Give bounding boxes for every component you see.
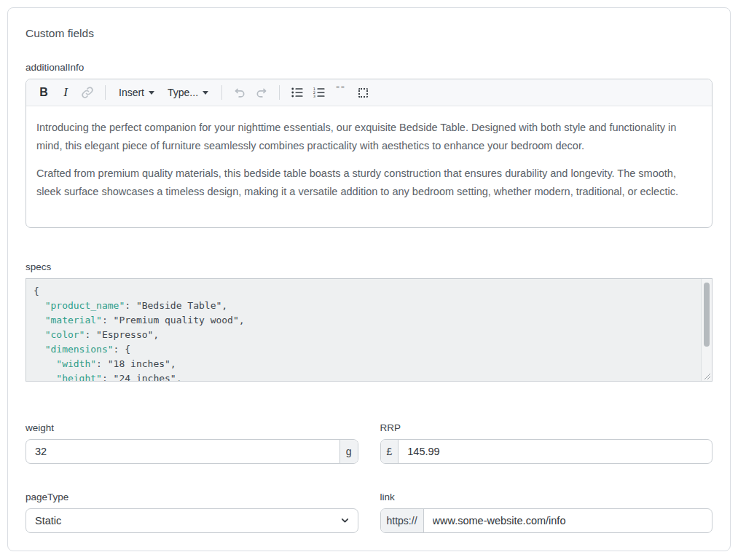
- code-line: {: [34, 284, 704, 299]
- link-button[interactable]: [77, 82, 98, 103]
- svg-text:3: 3: [313, 94, 315, 98]
- code-line: "dimensions": {: [34, 342, 704, 357]
- link-input[interactable]: [424, 509, 712, 532]
- specs-code[interactable]: { "product_name": "Bedside Table", "mate…: [26, 279, 712, 381]
- scrollbar-track[interactable]: [701, 279, 712, 381]
- bold-button[interactable]: B: [34, 82, 54, 103]
- type-menu-button[interactable]: Type...: [162, 82, 214, 103]
- rrp-label: RRP: [380, 422, 713, 433]
- rte-content-area[interactable]: Introducing the perfect companion for yo…: [26, 106, 712, 227]
- italic-button[interactable]: I: [55, 82, 76, 103]
- redo-icon: [254, 85, 269, 100]
- rte-paragraph: Introducing the perfect companion for yo…: [36, 119, 702, 154]
- scrollbar-thumb[interactable]: [704, 283, 710, 347]
- code-line: "height": "24 inches",: [34, 371, 704, 381]
- code-line: "material": "Premium quality wood",: [34, 313, 704, 328]
- rte-paragraph: Crafted from premium quality materials, …: [36, 165, 702, 200]
- link-icon: [80, 85, 95, 100]
- toolbar-divider: [105, 85, 106, 100]
- weight-input-group: g: [25, 439, 358, 464]
- code-line: "product_name": "Bedside Table",: [34, 299, 704, 313]
- undo-icon: [232, 85, 247, 100]
- rich-text-editor: B I Insert Type...: [25, 79, 713, 228]
- specs-code-editor[interactable]: { "product_name": "Bedside Table", "mate…: [25, 278, 713, 382]
- insert-menu-label: Insert: [119, 87, 144, 98]
- chevron-down-icon: [203, 91, 208, 95]
- weight-input[interactable]: [26, 440, 339, 463]
- insert-menu-button[interactable]: Insert: [113, 82, 160, 103]
- type-menu-label: Type...: [168, 87, 198, 98]
- pagetype-label: pageType: [25, 492, 358, 502]
- rrp-input[interactable]: [399, 440, 712, 463]
- pagetype-field: pageType Static: [25, 492, 358, 533]
- rrp-input-group: £: [380, 439, 713, 464]
- weight-label: weight: [25, 422, 358, 433]
- weight-unit-addon: g: [339, 440, 358, 463]
- numbered-list-icon: 1 2 3: [312, 85, 326, 100]
- dashed-square-icon: [358, 88, 368, 98]
- bullet-list-icon: [290, 85, 305, 100]
- panel-title: Custom fields: [25, 27, 713, 40]
- pagetype-select-wrap: Static: [25, 508, 358, 533]
- weight-field: weight g: [25, 422, 358, 464]
- custom-fields-panel: Custom fields additionalInfo B I Insert …: [7, 7, 731, 551]
- link-label: link: [380, 492, 713, 502]
- code-line: "width": "18 inches",: [34, 357, 704, 371]
- pagetype-select[interactable]: Static: [25, 508, 358, 533]
- blockquote-button[interactable]: “: [331, 82, 351, 103]
- nonbreaking-space-button[interactable]: [353, 82, 373, 103]
- field-row: pageType Static link https://: [25, 492, 713, 533]
- chevron-down-icon: [149, 91, 154, 95]
- toolbar-divider: [279, 85, 280, 100]
- link-field: link https://: [380, 492, 713, 533]
- additionalinfo-label: additionalInfo: [25, 62, 713, 73]
- numbered-list-button[interactable]: 1 2 3: [309, 82, 329, 103]
- rrp-field: RRP £: [380, 422, 713, 464]
- blockquote-icon: “: [334, 87, 347, 98]
- currency-addon: £: [381, 440, 399, 463]
- rte-toolbar: B I Insert Type...: [26, 79, 712, 106]
- specs-label: specs: [25, 261, 713, 272]
- undo-button[interactable]: [229, 82, 250, 103]
- redo-button[interactable]: [251, 82, 272, 103]
- code-line: "color": "Espresso",: [34, 328, 704, 342]
- toolbar-divider: [221, 85, 222, 100]
- link-input-group: https://: [380, 508, 713, 533]
- bullet-list-button[interactable]: [287, 82, 307, 103]
- protocol-addon: https://: [381, 509, 424, 532]
- field-row: weight g RRP £: [25, 422, 713, 464]
- resize-handle-icon[interactable]: [702, 371, 711, 380]
